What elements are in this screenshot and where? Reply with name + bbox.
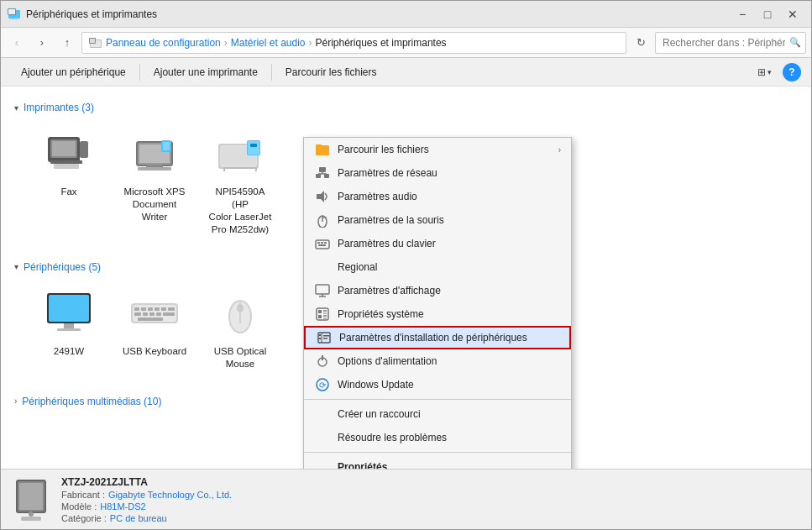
ctx-network-icon <box>314 165 331 181</box>
ctx-audio-icon <box>314 188 331 205</box>
up-button[interactable]: ↑ <box>56 32 78 54</box>
device-xps-label: Microsoft XPS Document Writer <box>122 186 187 223</box>
browse-files-button[interactable]: Parcourir les fichiers <box>275 63 387 81</box>
ctx-properties[interactable]: Propriétés <box>304 455 571 469</box>
printers-section-header[interactable]: ▾ Imprimantes (3) <box>14 102 798 113</box>
svg-rect-39 <box>161 307 166 311</box>
device-hp[interactable]: NPI54590A (HP Color LaserJet Pro M252dw) <box>202 122 278 241</box>
device-keyboard[interactable]: USB Keyboard <box>117 281 192 375</box>
help-button[interactable]: ? <box>783 63 801 81</box>
ctx-browse-label: Parcourir les fichiers <box>338 144 429 155</box>
ctx-sep1 <box>304 399 571 400</box>
back-button[interactable]: ‹ <box>6 32 28 54</box>
breadcrumb-part1[interactable]: Panneau de configuration <box>106 37 221 49</box>
keyboard-icon <box>128 286 181 340</box>
svg-rect-69 <box>324 242 327 244</box>
ctx-troubleshoot-icon <box>314 429 331 446</box>
printers-chevron: ▾ <box>14 103 18 113</box>
breadcrumb[interactable]: Panneau de configuration › Matériel et a… <box>81 32 626 54</box>
search-input[interactable] <box>655 32 806 54</box>
search-wrap: 🔍 <box>655 32 806 54</box>
ctx-mouse-settings[interactable]: Paramètres de la souris <box>304 208 571 232</box>
svg-rect-30 <box>49 295 89 322</box>
ctx-browse-arrow: › <box>558 145 561 155</box>
add-printer-button[interactable]: Ajouter une imprimante <box>144 63 268 81</box>
ctx-update-icon: ⟳ <box>314 376 331 393</box>
window-title: Périphériques et imprimantes <box>26 8 731 20</box>
ctx-device-install[interactable]: Paramètres d'installation de périphériqu… <box>304 326 571 349</box>
ctx-mouse-label: Paramètres de la souris <box>338 214 444 226</box>
svg-rect-86 <box>323 338 327 339</box>
status-model-row: Modèle : H81M-DS2 <box>61 501 232 512</box>
ctx-system-props-label: Propriétés système <box>338 308 424 320</box>
device-monitor[interactable]: 2491W <box>31 281 107 375</box>
ctx-system-props[interactable]: Propriétés système <box>304 302 571 326</box>
svg-rect-95 <box>21 517 41 521</box>
svg-rect-20 <box>163 142 170 150</box>
svg-rect-40 <box>168 307 175 311</box>
svg-rect-36 <box>141 307 146 311</box>
ctx-regional-icon <box>314 259 331 275</box>
ctx-network[interactable]: Paramètres de réseau <box>304 161 571 185</box>
breadcrumb-part2[interactable]: Matériel et audio <box>231 37 306 49</box>
svg-rect-83 <box>319 334 321 336</box>
ctx-device-install-icon <box>316 329 333 346</box>
svg-rect-26 <box>250 144 257 147</box>
ctx-create-shortcut[interactable]: Créer un raccourci <box>304 402 571 426</box>
device-fax[interactable]: Fax <box>31 122 107 241</box>
svg-point-50 <box>237 304 244 312</box>
svg-rect-11 <box>80 141 88 158</box>
close-button[interactable]: ✕ <box>781 5 804 24</box>
svg-rect-70 <box>318 244 326 246</box>
ctx-properties-label: Propriétés <box>338 461 387 469</box>
svg-rect-25 <box>248 141 259 155</box>
svg-rect-35 <box>134 307 139 311</box>
status-info: XTZJ-2021ZJLTTA Fabricant : Gigabyte Tec… <box>61 476 232 523</box>
refresh-button[interactable]: ↻ <box>630 32 652 54</box>
svg-rect-55 <box>316 144 322 148</box>
maximize-button[interactable]: □ <box>756 5 779 24</box>
svg-rect-44 <box>156 312 161 316</box>
printers-section-title: Imprimantes (3) <box>24 102 94 113</box>
minimize-button[interactable]: − <box>731 5 754 24</box>
svg-rect-68 <box>321 242 323 244</box>
ctx-troubleshoot[interactable]: Résoudre les problèmes <box>304 426 571 449</box>
status-pc-icon <box>11 480 51 520</box>
ctx-regional[interactable]: Regional <box>304 255 571 279</box>
xps-icon <box>128 127 181 181</box>
svg-rect-67 <box>317 242 320 244</box>
ctx-power[interactable]: Options d'alimentation <box>304 349 571 373</box>
status-manufacturer-label: Fabricant : <box>61 490 105 500</box>
status-category-label: Catégorie : <box>61 513 107 523</box>
svg-rect-37 <box>148 307 153 311</box>
ctx-network-label: Paramètres de réseau <box>338 167 437 179</box>
svg-rect-12 <box>50 160 82 164</box>
svg-rect-85 <box>323 335 329 337</box>
ctx-shortcut-label: Créer un raccourci <box>338 408 421 420</box>
ctx-audio[interactable]: Paramètres audio <box>304 185 571 208</box>
peripherals-section-title: Périphériques (5) <box>24 261 101 273</box>
svg-rect-10 <box>52 141 76 156</box>
svg-rect-3 <box>8 9 15 14</box>
svg-rect-31 <box>64 323 74 328</box>
device-mouse[interactable]: USB Optical Mouse <box>202 281 278 375</box>
ctx-windows-update[interactable]: ⟳ Windows Update <box>304 373 571 396</box>
toolbar-right: ⊞ ▾ ? <box>752 63 801 81</box>
ctx-keyboard-settings[interactable]: Paramètres du clavier <box>304 232 571 255</box>
add-device-button[interactable]: Ajouter un périphérique <box>11 63 136 81</box>
svg-rect-13 <box>54 164 79 169</box>
ctx-device-install-label: Paramètres d'installation de périphériqu… <box>339 332 527 344</box>
fax-icon <box>42 127 96 181</box>
view-options-button[interactable]: ⊞ ▾ <box>752 63 778 81</box>
ctx-troubleshoot-label: Résoudre les problèmes <box>338 432 447 443</box>
ctx-update-label: Windows Update <box>338 379 414 391</box>
context-menu: Parcourir les fichiers › Paramètres de r… <box>303 137 572 469</box>
svg-text:⟳: ⟳ <box>319 380 327 390</box>
forward-button[interactable]: › <box>31 32 53 54</box>
status-bar: XTZJ-2021ZJLTTA Fabricant : Gigabyte Tec… <box>1 469 811 529</box>
device-monitor-label: 2491W <box>54 345 84 358</box>
ctx-properties-icon <box>314 459 331 469</box>
ctx-browse-files[interactable]: Parcourir les fichiers › <box>304 138 571 161</box>
ctx-display[interactable]: Paramètres d'affichage <box>304 279 571 302</box>
device-xps[interactable]: Microsoft XPS Document Writer <box>117 122 192 241</box>
